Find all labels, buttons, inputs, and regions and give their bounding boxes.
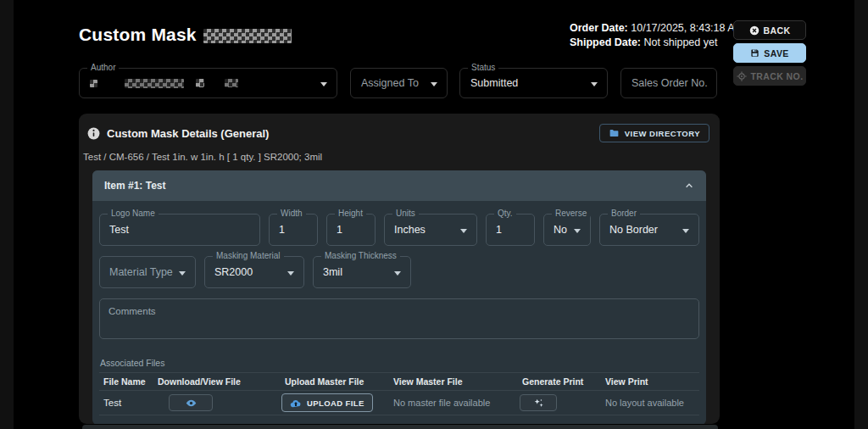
details-panel-header: Custom Mask Details (General) VIEW DIREC…	[87, 124, 709, 142]
logo-name-input[interactable]: Logo Name Test	[99, 214, 260, 246]
custom-mask-details-panel: Custom Mask Details (General) VIEW DIREC…	[79, 114, 720, 424]
height-input[interactable]: Height 1	[326, 214, 376, 246]
logo-name-value: Test	[100, 214, 259, 245]
details-panel-title: Custom Mask Details (General)	[107, 127, 269, 140]
comments-textarea[interactable]: Comments	[99, 298, 699, 339]
col-file-name: File Name	[99, 376, 153, 387]
caret-down-icon	[574, 229, 581, 233]
redacted-block	[90, 80, 97, 87]
item-title: Item #1: Test	[104, 180, 165, 192]
author-value-redacted	[80, 69, 337, 98]
col-view-master: View Master File	[389, 376, 518, 387]
col-download-view: Download/View File	[153, 376, 281, 387]
caret-down-icon	[591, 82, 598, 86]
width-value: 1	[270, 214, 317, 245]
upload-master-cell: UPLOAD FILE	[281, 393, 389, 412]
download-view-cell	[153, 394, 281, 411]
width-input[interactable]: Width 1	[269, 214, 318, 246]
window-edge-right	[854, 0, 868, 429]
save-button[interactable]: SAVE	[733, 43, 806, 63]
track-no-button[interactable]: TRACK NO.	[733, 66, 806, 86]
logo-name-label: Logo Name	[108, 209, 159, 218]
masking-thickness-select[interactable]: Masking Thickness 3mil	[313, 256, 411, 288]
sales-order-input[interactable]: Sales Order No.	[620, 68, 717, 98]
units-select[interactable]: Units Inches	[384, 214, 477, 246]
track-no-button-label: TRACK NO.	[751, 71, 804, 81]
comments-placeholder: Comments	[108, 306, 156, 316]
redacted-block	[196, 79, 204, 87]
col-generate-print: Generate Print	[518, 376, 601, 387]
caret-down-icon	[682, 229, 689, 233]
cloud-upload-icon	[290, 398, 302, 408]
upload-file-button[interactable]: UPLOAD FILE	[281, 393, 373, 412]
view-file-button[interactable]	[169, 394, 213, 411]
redacted-block	[125, 79, 184, 88]
sales-order-placeholder: Sales Order No.	[621, 69, 716, 98]
file-name-cell: Test	[99, 398, 153, 408]
assigned-to-select[interactable]: Assigned To	[350, 68, 448, 98]
shipped-date-label: Shipped Date:	[570, 36, 641, 48]
order-info: Order Date: 10/17/2025, 8:43:18 AM Shipp…	[570, 21, 743, 50]
page-title-text: Custom Mask	[79, 25, 197, 45]
status-select[interactable]: Status Submitted	[459, 68, 608, 98]
window-edge-left	[0, 0, 14, 429]
page-title: Custom Mask	[79, 25, 292, 45]
masking-thickness-label: Masking Thickness	[321, 251, 400, 260]
caret-down-icon	[460, 229, 467, 233]
redacted-block	[225, 79, 238, 87]
save-button-label: SAVE	[764, 48, 788, 58]
generate-print-button[interactable]	[520, 394, 557, 411]
height-value: 1	[327, 214, 375, 245]
order-date-line: Order Date: 10/17/2025, 8:43:18 AM	[570, 21, 743, 36]
masking-material-select[interactable]: Masking Material SR2000	[204, 256, 304, 288]
view-print-cell: No layout available	[601, 398, 699, 408]
status-label: Status	[468, 63, 498, 72]
author-select[interactable]: Author	[79, 68, 337, 98]
order-date-value: 10/17/2025, 8:43:18 AM	[631, 22, 743, 34]
files-table-row: Test UPLOAD FILE No master file availabl…	[99, 391, 699, 415]
units-label: Units	[392, 209, 419, 218]
caret-down-icon	[431, 82, 437, 86]
chevron-up-icon	[684, 181, 694, 191]
next-panel-edge	[82, 425, 718, 429]
item-accordion-header[interactable]: Item #1: Test	[92, 170, 706, 201]
reverse-value: No	[544, 214, 590, 245]
caret-down-icon	[394, 271, 401, 276]
border-label: Border	[608, 209, 640, 218]
caret-down-icon	[320, 82, 327, 86]
redacted-title-block	[203, 29, 292, 43]
save-icon	[750, 48, 760, 58]
generate-print-cell	[518, 394, 601, 411]
height-label: Height	[335, 209, 366, 218]
author-label: Author	[87, 63, 119, 72]
qty-input[interactable]: Qty. 1	[486, 214, 535, 246]
breadcrumb: Test / CM-656 / Test 1in. w 1in. h [ 1 q…	[83, 152, 709, 162]
width-label: Width	[277, 209, 306, 218]
masking-material-label: Masking Material	[213, 251, 284, 260]
col-view-print: View Print	[601, 376, 699, 387]
border-select[interactable]: Border No Border	[599, 214, 699, 246]
associated-files-label: Associated Files	[100, 358, 699, 368]
back-button[interactable]: BACK	[733, 20, 806, 40]
associated-files-table: File Name Download/View File Upload Mast…	[99, 372, 699, 415]
qty-label: Qty.	[494, 209, 516, 218]
back-button-label: BACK	[764, 25, 791, 36]
crosshair-icon	[737, 71, 747, 81]
x-circle-icon	[749, 25, 760, 36]
shipped-date-value: Not shipped yet	[644, 36, 718, 48]
view-directory-label: VIEW DIRECTORY	[625, 129, 700, 138]
item-fields-row-1: Logo Name Test Width 1 Height 1 Units In…	[99, 214, 699, 246]
files-table-header: File Name Download/View File Upload Mast…	[99, 372, 699, 391]
shipped-date-line: Shipped Date: Not shipped yet	[570, 36, 743, 50]
folder-icon	[609, 128, 620, 138]
caret-down-icon	[179, 271, 186, 276]
col-upload-master: Upload Master File	[281, 376, 389, 387]
caret-down-icon	[287, 271, 294, 276]
status-value: Submitted	[460, 69, 607, 98]
view-directory-button[interactable]: VIEW DIRECTORY	[599, 124, 709, 142]
material-type-select[interactable]: Material Type	[99, 256, 196, 288]
details-title-group: Custom Mask Details (General)	[87, 127, 269, 140]
header-action-buttons: BACK SAVE TRACK NO.	[733, 20, 806, 86]
reverse-select[interactable]: Reverse No	[543, 214, 591, 246]
item-fields-row-2: Material Type Masking Material SR2000 Ma…	[99, 256, 699, 288]
